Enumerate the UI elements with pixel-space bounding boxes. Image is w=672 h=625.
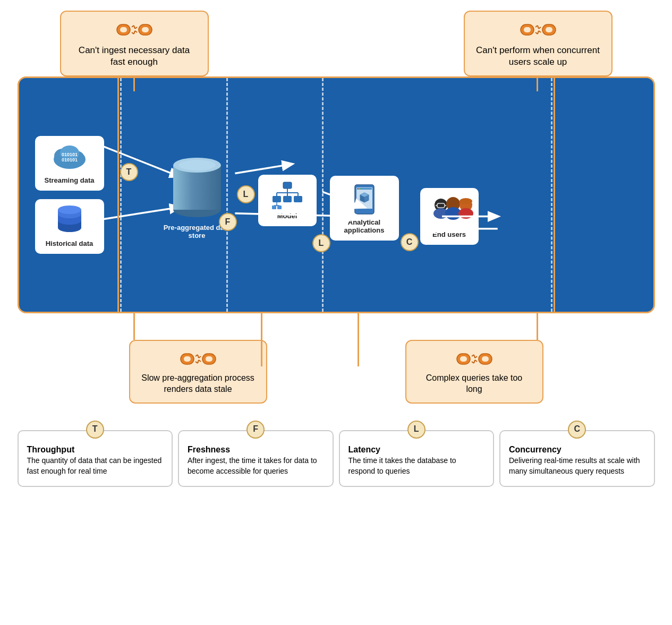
model-hierarchy-icon: [269, 181, 306, 210]
apps-box: Analytical applications: [330, 176, 399, 241]
model-section: L: [237, 164, 317, 226]
break-icon-right: [475, 19, 601, 40]
svg-line-6: [135, 27, 137, 29]
left-orange-line: [117, 76, 119, 313]
badge-f: F: [219, 213, 237, 231]
svg-text:010101: 010101: [61, 152, 77, 157]
model-label: Model: [266, 212, 309, 220]
streaming-data-icon: 010101 010101: [42, 142, 97, 173]
def-freshness: F Freshness After ingest, the time it ta…: [178, 430, 334, 487]
model-box: Model: [258, 175, 317, 226]
main-diagram: 010101 010101 Streaming data: [18, 76, 655, 313]
streaming-data-label: Streaming data: [42, 176, 97, 184]
historical-data-label: Historical data: [42, 239, 97, 247]
svg-rect-45: [294, 196, 302, 202]
break-icon-bottom-right: [417, 348, 532, 373]
data-sources-col: 010101 010101 Streaming data: [35, 136, 104, 254]
svg-line-9: [135, 31, 137, 32]
apps-icon: [337, 182, 392, 218]
svg-line-96: [475, 360, 477, 362]
svg-rect-1: [120, 27, 127, 32]
bottom-center-line: [358, 313, 359, 366]
analytical-apps-icon: [343, 182, 386, 217]
def-throughput-text: The quantity of data that can be ingeste…: [27, 456, 162, 475]
break-icon-bottom-left: [141, 348, 256, 373]
apps-label: Analytical applications: [337, 218, 392, 234]
def-badge-f: F: [246, 421, 265, 439]
store-col: F: [163, 150, 232, 239]
svg-line-86: [199, 360, 201, 362]
top-problem-left-text: Can't ingest necessary data fast enough: [72, 45, 197, 68]
top-problem-right: Can't perform when concurrent users scal…: [464, 11, 613, 76]
end-users-label: End users: [428, 230, 471, 238]
end-users-icon: [428, 194, 475, 229]
database-stack-icon: [51, 206, 88, 235]
bottom-problem-left-text: Slow pre-aggregation process renders dat…: [141, 373, 256, 395]
definitions-row: T Throughput The quantity of data that c…: [18, 419, 655, 487]
badge-l-bottom: L: [312, 234, 330, 252]
def-latency-text: The time it takes the database to respon…: [348, 456, 456, 475]
def-freshness-text: After ingest, the time it takes for data…: [188, 456, 317, 475]
bottom-problem-left: Slow pre-aggregation process renders dat…: [129, 340, 267, 403]
model-icon: [266, 181, 309, 212]
bottom-left-line-1: [133, 313, 135, 340]
svg-rect-49: [277, 206, 282, 209]
diagram-wrapper: Can't ingest necessary data fast enough: [18, 11, 655, 487]
chain-break-icon-right: [520, 19, 557, 40]
bottom-problem-right: Complex queries take too long: [405, 340, 543, 403]
badge-c: C: [401, 233, 419, 251]
badge-t: T: [120, 163, 138, 181]
svg-rect-3: [142, 27, 149, 32]
svg-point-53: [357, 189, 358, 190]
svg-point-32: [58, 206, 81, 214]
svg-rect-78: [184, 356, 191, 362]
svg-text:010101: 010101: [61, 157, 77, 162]
badge-l-top: L: [237, 185, 255, 203]
svg-line-16: [539, 27, 541, 29]
top-problem-right-text: Can't perform when concurrent users scal…: [475, 45, 601, 68]
svg-line-19: [539, 31, 541, 32]
end-users-box: End users: [420, 188, 479, 245]
svg-point-69: [460, 198, 472, 204]
def-concurrency-title: Concurrency: [509, 445, 562, 454]
historical-data-icon: [42, 206, 97, 236]
svg-point-54: [359, 189, 360, 190]
svg-rect-44: [283, 196, 292, 202]
def-latency-title: Latency: [348, 445, 380, 454]
def-badge-l: L: [407, 421, 426, 439]
def-concurrency-content: Concurrency Delivering real-time results…: [509, 444, 645, 477]
svg-line-83: [199, 356, 201, 358]
svg-rect-88: [460, 356, 467, 362]
chain-break-icon-left: [116, 19, 153, 40]
right-orange-line: [554, 76, 555, 313]
def-latency-content: Latency The time it takes the database t…: [348, 444, 485, 477]
def-throughput-content: Throughput The quantity of data that can…: [27, 444, 164, 477]
def-throughput: T Throughput The quantity of data that c…: [18, 430, 173, 487]
cloud-data-icon: 010101 010101: [51, 142, 88, 172]
bottom-problem-right-text: Complex queries take too long: [417, 373, 532, 395]
top-left-connector-line: [133, 75, 135, 91]
svg-rect-43: [273, 196, 281, 202]
historical-data-box: Historical data: [35, 199, 104, 254]
def-badge-c: C: [568, 421, 586, 439]
svg-rect-48: [272, 206, 276, 209]
bottom-right-line: [537, 313, 538, 340]
svg-point-68: [458, 208, 473, 219]
def-badge-t: T: [86, 421, 104, 439]
bottom-left-line-2: [261, 313, 262, 366]
svg-point-55: [360, 189, 361, 190]
bottom-section: Slow pre-aggregation process renders dat…: [18, 313, 655, 403]
svg-point-36: [178, 160, 216, 170]
svg-rect-11: [524, 27, 531, 32]
data-store-cylinder: [168, 150, 226, 219]
def-concurrency-text: Delivering real-time results at scale wi…: [509, 456, 640, 475]
svg-line-93: [475, 356, 477, 358]
bottom-problems-row: Slow pre-aggregation process renders dat…: [18, 313, 655, 403]
apps-section: L: [322, 149, 407, 241]
end-users-icon: [428, 194, 471, 230]
def-throughput-title: Throughput: [27, 445, 75, 454]
diagram-layout: 010101 010101 Streaming data: [35, 94, 637, 296]
svg-rect-80: [206, 356, 212, 362]
chain-break-icon-bottom-left: [180, 348, 217, 370]
def-latency: L Latency The time it takes the database…: [339, 430, 495, 487]
